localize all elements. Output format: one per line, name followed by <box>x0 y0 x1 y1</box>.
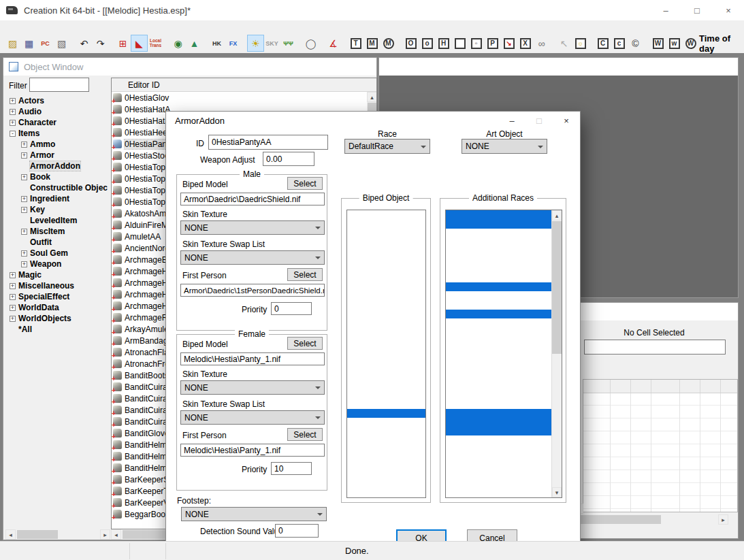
filter-input[interactable] <box>29 78 89 92</box>
box-x-icon[interactable]: X <box>517 35 533 51</box>
cube-o-icon[interactable]: o <box>419 35 435 51</box>
cube-light-icon[interactable]: ☼ <box>572 35 588 51</box>
scroll-right-arrow[interactable]: ▸ <box>718 514 728 525</box>
biped-object-item[interactable] <box>347 445 425 454</box>
biped-object-item[interactable] <box>347 409 425 418</box>
race-item[interactable] <box>446 210 551 219</box>
tree-item[interactable]: + Magic <box>5 269 110 280</box>
scrollbar-thumb[interactable] <box>552 221 562 354</box>
biped-object-item[interactable] <box>347 337 425 346</box>
id-field[interactable]: 0HestiaPantyAA <box>208 135 328 150</box>
race-item[interactable] <box>446 255 551 264</box>
tree-item[interactable]: *All <box>5 324 110 335</box>
race-item[interactable] <box>446 435 551 444</box>
minimize-button[interactable]: – <box>650 0 681 20</box>
tree-expander-icon[interactable]: + <box>21 207 27 213</box>
biped-object-item[interactable] <box>347 219 425 228</box>
menu-item[interactable] <box>61 27 74 28</box>
detection-sound-value-field[interactable]: 0 <box>275 524 319 538</box>
biped-object-item[interactable] <box>347 490 425 498</box>
biped-object-item[interactable] <box>347 229 425 237</box>
tree-item[interactable]: + Actors <box>5 95 110 106</box>
tree-item[interactable]: + WorldObjects <box>5 313 110 324</box>
race-item[interactable] <box>446 327 551 336</box>
sky-icon[interactable]: SKY <box>264 35 280 51</box>
biped-object-item[interactable] <box>347 382 425 391</box>
race-item[interactable] <box>446 391 551 399</box>
biped-object-item[interactable] <box>347 399 425 408</box>
tree-expander-icon[interactable]: + <box>10 98 16 104</box>
cube-icon[interactable] <box>452 35 468 51</box>
local-transform-icon[interactable]: Local Trans <box>148 35 163 51</box>
column-header[interactable] <box>680 380 700 393</box>
redo-icon[interactable]: ↷ <box>93 35 108 51</box>
biped-object-item[interactable] <box>347 310 425 318</box>
link-icon[interactable]: ∞ <box>534 35 549 51</box>
footstep-dropdown[interactable]: NONE <box>181 507 327 521</box>
biped-object-item[interactable] <box>347 355 425 363</box>
tree-expander-icon[interactable]: + <box>21 174 27 180</box>
open-icon[interactable]: ▨ <box>5 35 20 51</box>
undo-icon[interactable]: ↶ <box>76 35 92 51</box>
tree-item[interactable]: + Character <box>5 117 110 128</box>
dialog-close-button[interactable]: × <box>553 112 580 129</box>
race-item[interactable] <box>446 427 551 435</box>
snap-grid-icon[interactable]: ⊞ <box>115 35 131 51</box>
lights-icon[interactable]: ☀ <box>248 35 263 51</box>
race-item[interactable] <box>446 265 551 274</box>
race-item[interactable] <box>446 229 551 237</box>
biped-object-item[interactable] <box>347 472 425 480</box>
snap-angle-icon[interactable]: ◣ <box>131 35 147 51</box>
first-person-select-button[interactable]: Select <box>287 428 323 441</box>
dialog-minimize-button[interactable]: – <box>498 112 525 129</box>
cube-w-icon[interactable]: w <box>666 35 682 51</box>
tree-item[interactable]: + SpecialEffect <box>5 291 110 302</box>
biped-object-item[interactable] <box>347 318 425 327</box>
dialogue-icon[interactable]: ◯ <box>303 35 319 51</box>
race-item[interactable] <box>446 481 551 490</box>
column-header[interactable] <box>583 380 611 393</box>
circle-m-icon[interactable]: M <box>381 35 396 51</box>
race-item[interactable] <box>446 282 551 291</box>
tree-expander-icon[interactable]: + <box>21 229 27 235</box>
race-item[interactable] <box>446 382 551 391</box>
skin-texture-swap-list-dropdown[interactable]: NONE <box>180 250 325 265</box>
cube-c-icon[interactable]: c <box>611 35 627 51</box>
landscape-icon[interactable]: ▲ <box>187 35 202 51</box>
column-header[interactable] <box>631 380 651 393</box>
biped-object-item[interactable] <box>347 274 425 282</box>
tree-expander-icon[interactable]: + <box>10 109 16 115</box>
p-icon[interactable]: P <box>485 35 500 51</box>
skin-texture-dropdown[interactable]: NONE <box>180 380 325 395</box>
biped-object-item[interactable] <box>347 255 425 264</box>
tree-expander-icon[interactable]: + <box>21 261 27 267</box>
biped-object-item[interactable] <box>347 327 425 336</box>
tree-item[interactable]: Outfit <box>5 237 110 248</box>
tree-item[interactable]: + Ingredient <box>5 193 110 204</box>
scrollbar-thumb[interactable] <box>17 530 58 539</box>
tree-item[interactable]: + Miscellaneous <box>5 280 110 291</box>
biped-object-item[interactable] <box>347 435 425 444</box>
scroll-up-arrow[interactable]: ▴ <box>552 210 562 220</box>
scroll-left-arrow[interactable]: ◂ <box>5 529 16 540</box>
tree-item[interactable]: Constructible Objec <box>5 182 110 193</box>
editor-id-column-header[interactable]: Editor ID <box>112 78 376 92</box>
biped-model-field[interactable]: Armor\Daedric\DaedricShield.nif <box>180 193 325 205</box>
tree-item[interactable]: + MiscItem <box>5 226 110 237</box>
race-item[interactable] <box>446 363 551 372</box>
tree-item[interactable]: + Weapon <box>5 259 110 269</box>
save-icon[interactable]: ▦ <box>21 35 37 51</box>
protractor-icon[interactable]: ∡ <box>325 35 341 51</box>
race-item[interactable] <box>446 291 551 300</box>
havok-icon[interactable]: HK <box>209 35 225 51</box>
race-item[interactable] <box>446 409 551 418</box>
scroll-up-arrow[interactable]: ▴ <box>367 92 377 102</box>
race-item[interactable] <box>446 418 551 427</box>
biped-object-item[interactable] <box>347 346 425 355</box>
column-header[interactable] <box>700 380 721 393</box>
grass-icon[interactable]: ΨΨ <box>280 35 296 51</box>
close-button[interactable]: × <box>713 0 744 20</box>
tree-item[interactable]: ArmorAddon <box>5 161 110 171</box>
biped-object-item[interactable] <box>347 454 425 463</box>
square-icon[interactable]: ▫ <box>468 35 484 51</box>
